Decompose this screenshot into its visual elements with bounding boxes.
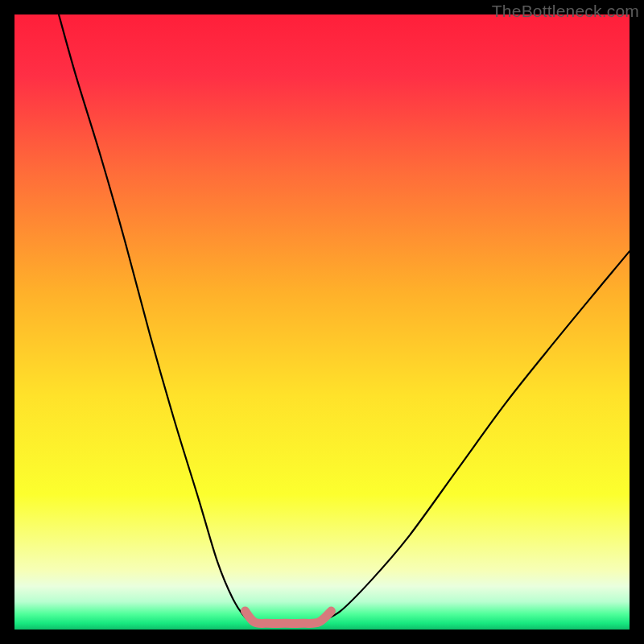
watermark-text: TheBottleneck.com — [492, 2, 639, 21]
gradient-background — [14, 14, 630, 630]
chart-frame — [14, 14, 630, 630]
chart-svg — [14, 14, 630, 630]
